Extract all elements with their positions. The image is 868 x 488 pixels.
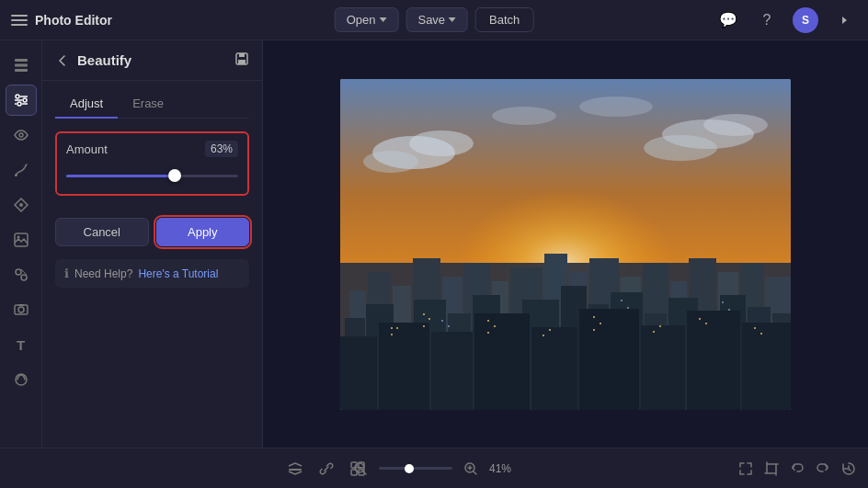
help-row: ℹ Need Help? Here's a Tutorial bbox=[55, 259, 249, 288]
batch-button[interactable]: Batch bbox=[475, 7, 533, 32]
fit-screen-icon[interactable] bbox=[737, 460, 754, 477]
avatar[interactable]: S bbox=[793, 7, 818, 33]
zoom-slider[interactable] bbox=[379, 467, 452, 470]
zoom-out-button[interactable] bbox=[349, 458, 371, 480]
svg-line-114 bbox=[363, 471, 366, 474]
menu-icon[interactable] bbox=[11, 15, 28, 26]
svg-rect-91 bbox=[549, 329, 551, 331]
tab-erase[interactable]: Erase bbox=[118, 90, 178, 119]
svg-line-118 bbox=[474, 471, 476, 474]
panel-save-icon[interactable] bbox=[234, 51, 249, 69]
svg-rect-77 bbox=[579, 309, 639, 410]
open-chevron-icon bbox=[379, 17, 386, 22]
amount-header: Amount 63% bbox=[66, 141, 238, 157]
zoom-percent: 41% bbox=[489, 462, 519, 475]
link-bottom-icon[interactable] bbox=[318, 460, 335, 477]
sidebar-item-photo[interactable] bbox=[6, 294, 37, 325]
svg-rect-2 bbox=[15, 69, 28, 72]
svg-point-35 bbox=[579, 96, 653, 117]
svg-point-17 bbox=[16, 269, 21, 275]
svg-rect-82 bbox=[396, 327, 398, 329]
zoom-in-button[interactable] bbox=[460, 458, 482, 480]
svg-rect-86 bbox=[423, 325, 425, 327]
svg-point-33 bbox=[644, 135, 717, 161]
svg-rect-89 bbox=[487, 332, 489, 334]
crop-bottom-icon[interactable] bbox=[763, 460, 780, 477]
sidebar-item-eye[interactable] bbox=[6, 119, 37, 151]
svg-rect-78 bbox=[641, 325, 685, 410]
sidebar-item-text[interactable]: T bbox=[6, 329, 37, 360]
header: Photo Editor Open Save Batch 💬 ? S bbox=[0, 0, 868, 40]
chat-icon[interactable]: 💬 bbox=[715, 7, 741, 33]
svg-rect-74 bbox=[431, 332, 473, 410]
svg-rect-99 bbox=[754, 327, 756, 329]
help-icon[interactable]: ? bbox=[754, 7, 780, 33]
apply-button[interactable]: Apply bbox=[156, 218, 250, 246]
app-title: Photo Editor bbox=[35, 13, 112, 28]
sidebar-item-effects[interactable] bbox=[6, 364, 37, 395]
save-button[interactable]: Save bbox=[405, 7, 468, 32]
tabs: Adjust Erase bbox=[55, 90, 249, 119]
svg-rect-97 bbox=[699, 318, 701, 320]
icon-bar: T bbox=[0, 40, 42, 448]
svg-point-34 bbox=[492, 107, 556, 125]
svg-rect-90 bbox=[542, 335, 544, 336]
layers-bottom-icon[interactable] bbox=[287, 460, 303, 477]
svg-rect-25 bbox=[238, 60, 246, 64]
svg-point-12 bbox=[19, 133, 23, 137]
svg-rect-21 bbox=[18, 304, 24, 306]
svg-point-6 bbox=[23, 98, 27, 102]
header-center: Open Save Batch bbox=[335, 7, 534, 32]
svg-rect-1 bbox=[15, 64, 28, 67]
tab-adjust[interactable]: Adjust bbox=[55, 90, 118, 119]
sidebar-item-brush[interactable] bbox=[6, 154, 37, 186]
zoom-thumb bbox=[405, 464, 414, 473]
amount-slider[interactable] bbox=[66, 166, 238, 185]
header-right: 💬 ? S bbox=[715, 7, 857, 33]
svg-point-29 bbox=[409, 131, 474, 156]
help-link[interactable]: Here's a Tutorial bbox=[138, 267, 218, 280]
amount-section: Amount 63% bbox=[55, 131, 249, 196]
sidebar-item-paint[interactable] bbox=[6, 189, 37, 221]
amount-label: Amount bbox=[66, 142, 108, 156]
cancel-button[interactable]: Cancel bbox=[55, 218, 149, 246]
photo-image bbox=[340, 79, 791, 410]
undo-icon[interactable] bbox=[789, 460, 805, 477]
svg-rect-102 bbox=[448, 325, 450, 327]
panel-title: Beautify bbox=[77, 52, 227, 68]
history-icon[interactable] bbox=[840, 460, 857, 477]
panel-header: Beautify bbox=[42, 40, 262, 81]
button-row: Cancel Apply bbox=[55, 218, 249, 246]
bottom-bar: 41% bbox=[0, 448, 868, 488]
svg-rect-101 bbox=[441, 320, 443, 322]
info-icon: ℹ bbox=[64, 267, 69, 280]
svg-rect-75 bbox=[474, 313, 530, 410]
panel: Beautify Adjust Erase Amount 63% bbox=[42, 40, 263, 448]
svg-rect-80 bbox=[742, 323, 791, 410]
svg-rect-94 bbox=[593, 329, 595, 331]
svg-rect-84 bbox=[423, 313, 425, 315]
svg-point-14 bbox=[19, 203, 23, 207]
svg-rect-83 bbox=[391, 334, 393, 335]
svg-point-32 bbox=[703, 114, 768, 136]
sidebar-item-elements[interactable] bbox=[6, 259, 37, 290]
header-left: Photo Editor bbox=[11, 13, 112, 28]
expand-icon[interactable] bbox=[831, 7, 857, 33]
sidebar-item-layers[interactable] bbox=[6, 50, 37, 81]
back-button[interactable] bbox=[55, 53, 70, 68]
svg-point-18 bbox=[21, 275, 27, 280]
svg-rect-105 bbox=[722, 301, 724, 303]
svg-rect-76 bbox=[531, 327, 577, 410]
svg-rect-79 bbox=[687, 311, 740, 410]
sidebar-item-image[interactable] bbox=[6, 224, 37, 255]
svg-rect-119 bbox=[767, 464, 776, 473]
open-button[interactable]: Open bbox=[335, 7, 399, 32]
svg-point-3 bbox=[16, 95, 19, 98]
svg-rect-96 bbox=[659, 325, 661, 327]
save-chevron-icon bbox=[449, 17, 456, 22]
sidebar-item-adjustments[interactable] bbox=[6, 85, 37, 116]
svg-point-9 bbox=[17, 102, 21, 106]
main-layout: T Beautify bbox=[0, 40, 868, 448]
redo-icon[interactable] bbox=[815, 460, 831, 477]
svg-rect-73 bbox=[379, 323, 429, 410]
